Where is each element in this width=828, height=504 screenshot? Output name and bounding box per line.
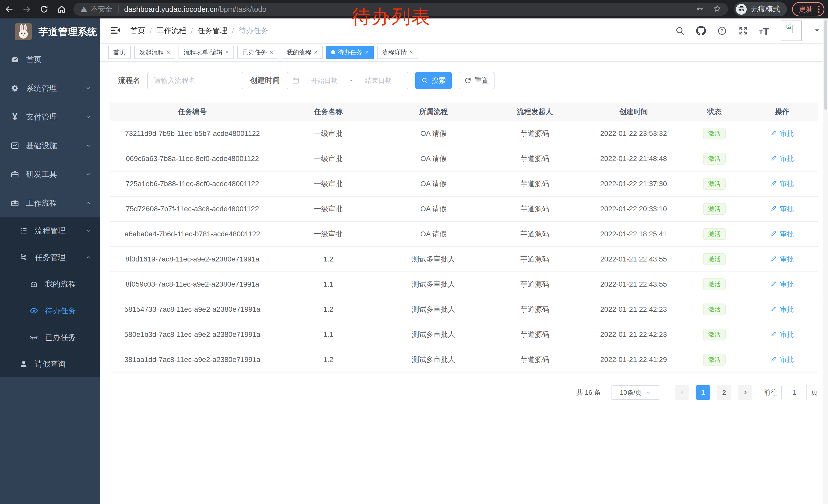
cell-time: 2022-01-22 21:37:30: [585, 171, 682, 196]
cell-status: 激活: [682, 121, 746, 146]
column-header: 任务编号: [110, 102, 275, 121]
sidebar-item-payment[interactable]: ¥支付管理: [0, 102, 100, 131]
breadcrumb-item[interactable]: 工作流程: [157, 26, 186, 36]
breadcrumb-item[interactable]: 首页: [130, 26, 145, 36]
sidebar-item-task-mgmt[interactable]: 任务管理: [0, 244, 100, 271]
logo-avatar: [15, 23, 32, 40]
help-icon[interactable]: ?: [717, 26, 728, 36]
tab-发起流程[interactable]: 发起流程×: [134, 46, 175, 59]
process-name-input[interactable]: [147, 72, 243, 89]
sidebar-item-infra[interactable]: 基础设施: [0, 131, 100, 160]
search-button[interactable]: 搜索: [415, 72, 452, 89]
approve-link[interactable]: 审批: [771, 305, 794, 314]
approve-label: 审批: [780, 355, 794, 364]
tab-已办任务[interactable]: 已办任务×: [237, 46, 278, 59]
page-scrollbar[interactable]: [823, 18, 828, 504]
breadcrumb-separator: /: [191, 27, 193, 35]
approve-link[interactable]: 审批: [771, 255, 794, 264]
sidebar-item-todo-tasks[interactable]: 待办任务: [0, 297, 100, 324]
approve-link[interactable]: 审批: [771, 280, 794, 289]
browser-back-icon[interactable]: [4, 4, 14, 14]
approve-link[interactable]: 审批: [771, 179, 794, 188]
close-icon[interactable]: ×: [166, 49, 170, 55]
page-size-select[interactable]: 10条/页: [611, 385, 660, 400]
page-button-2[interactable]: 2: [717, 385, 731, 400]
sidebar-item-system[interactable]: 系统管理: [0, 74, 100, 102]
bookmark-star-icon[interactable]: [713, 5, 721, 14]
cell-action: 审批: [746, 196, 818, 222]
tab-待办任务[interactable]: 待办任务×: [326, 46, 374, 59]
sidebar-item-my-process[interactable]: 我的流程: [0, 271, 100, 297]
breadcrumb: 首页/工作流程/任务管理/待办任务: [130, 26, 268, 36]
address-bar[interactable]: 不安全 dashboard.yudao.iocoder.cn/bpm/task/…: [73, 3, 728, 16]
sidebar-item-done-tasks[interactable]: 已办任务: [0, 324, 100, 351]
sidebar-item-home[interactable]: 首页: [0, 45, 100, 74]
status-badge: 激活: [703, 329, 726, 340]
next-page-button[interactable]: [738, 385, 752, 400]
date-range-picker[interactable]: 开始日期 - 结束日期: [287, 72, 408, 89]
avatar-caret-icon[interactable]: [814, 27, 820, 35]
security-label[interactable]: 不安全: [91, 4, 112, 14]
update-button[interactable]: 更新: [792, 2, 824, 16]
close-icon[interactable]: ×: [225, 49, 229, 55]
table-row: 381aa1dd-7ac8-11ec-a9e2-a2380e71991a1.2测…: [110, 347, 818, 372]
sidebar-item-workflow[interactable]: 工作流程: [0, 189, 100, 217]
cell-status: 激活: [682, 196, 746, 222]
close-icon[interactable]: ×: [314, 49, 318, 55]
reset-button[interactable]: 重置: [459, 72, 495, 89]
app-title: 芋道管理系统: [38, 26, 97, 39]
tab-流程详情[interactable]: 流程详情×: [377, 46, 418, 59]
tab-我的流程[interactable]: 我的流程×: [282, 46, 323, 59]
font-size-icon[interactable]: TT: [759, 26, 770, 36]
sidebar-item-leave-query[interactable]: 请假查询: [0, 351, 100, 377]
approve-label: 审批: [780, 330, 794, 339]
browser-home-icon[interactable]: [56, 4, 67, 14]
user-avatar[interactable]: [781, 20, 802, 41]
cell-id: 8f059c03-7ac8-11ec-a9e2-a2380e71991a: [110, 272, 275, 297]
browser-reload-icon[interactable]: [39, 4, 49, 14]
tab-首页[interactable]: 首页: [108, 46, 131, 59]
goto-label: 前往: [764, 388, 777, 397]
cell-time: 2022-01-21 22:41:29: [585, 347, 682, 372]
close-icon[interactable]: ×: [270, 49, 273, 55]
browser-forward-icon[interactable]: [22, 4, 32, 14]
cell-action: 审批: [746, 322, 818, 347]
edit-pencil-icon: [771, 154, 778, 163]
breadcrumb-separator: /: [150, 27, 152, 35]
password-key-icon[interactable]: [696, 5, 704, 14]
approve-link[interactable]: 审批: [771, 229, 794, 239]
sidebar-item-process-mgmt[interactable]: 流程管理: [0, 217, 100, 244]
url-text[interactable]: dashboard.yudao.iocoder.cn/bpm/task/todo: [124, 5, 266, 13]
search-icon[interactable]: [675, 26, 686, 36]
incognito-icon: [736, 4, 747, 15]
sidebar-item-devtools[interactable]: 研发工具: [0, 160, 100, 189]
approve-link[interactable]: 审批: [771, 204, 794, 214]
approve-link[interactable]: 审批: [771, 154, 794, 163]
chevron-down: [85, 142, 91, 149]
column-header: 状态: [682, 102, 746, 121]
end-date-placeholder: 结束日期: [354, 76, 404, 85]
sidebar-toggle-icon[interactable]: [110, 25, 122, 36]
app-logo[interactable]: 芋道管理系统: [0, 18, 100, 45]
close-icon[interactable]: ×: [365, 49, 369, 55]
scrollbar-thumb[interactable]: [824, 20, 827, 110]
cell-time: 2022-01-21 22:43:55: [585, 246, 682, 272]
incognito-label: 无痕模式: [750, 4, 780, 14]
breadcrumb-item[interactable]: 任务管理: [198, 26, 227, 36]
browser-menu-icon[interactable]: [818, 6, 820, 13]
tab-流程表单-编辑[interactable]: 流程表单-编辑×: [178, 46, 234, 59]
approve-label: 审批: [780, 280, 794, 289]
close-icon[interactable]: ×: [409, 49, 413, 55]
cell-action: 审批: [746, 171, 818, 196]
approve-label: 审批: [780, 255, 794, 264]
github-icon[interactable]: [696, 26, 706, 36]
approve-link[interactable]: 审批: [771, 355, 794, 364]
page-button-1[interactable]: 1: [696, 385, 710, 400]
approve-link[interactable]: 审批: [771, 330, 794, 339]
process-name-label: 流程名: [118, 75, 140, 86]
approve-link[interactable]: 审批: [771, 129, 794, 138]
fullscreen-icon[interactable]: [738, 26, 748, 36]
cell-process: 测试多审批人: [382, 347, 485, 372]
cell-process: 测试多审批人: [382, 246, 485, 272]
goto-page-input[interactable]: [781, 385, 807, 400]
